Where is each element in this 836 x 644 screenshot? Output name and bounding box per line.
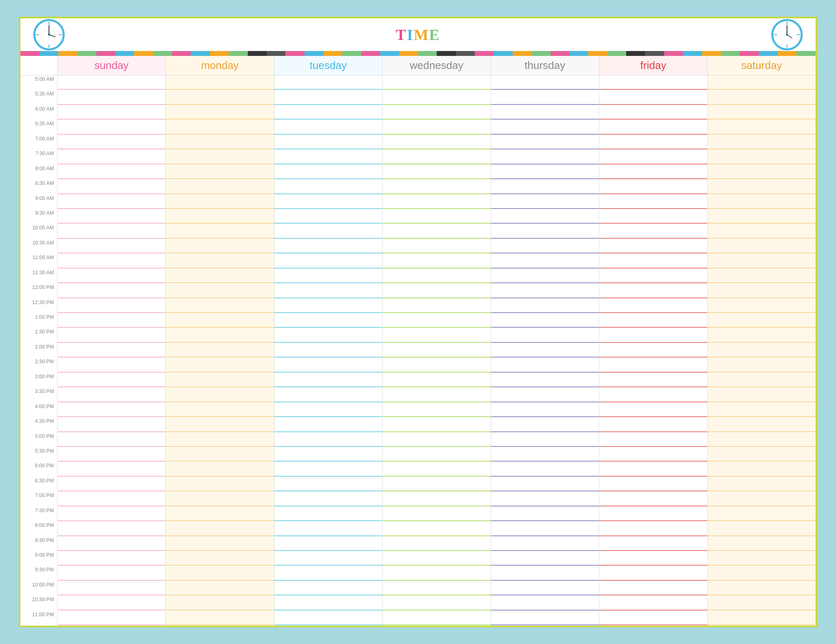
time-cell[interactable] [274,522,382,536]
time-cell[interactable] [165,492,273,506]
time-cell[interactable] [707,313,816,328]
time-cell[interactable] [599,433,707,447]
time-cell[interactable] [274,447,382,462]
time-cell[interactable] [382,537,490,551]
time-cell[interactable] [707,239,816,253]
time-cell[interactable] [491,120,599,134]
time-cell[interactable] [599,284,707,298]
time-cell[interactable] [57,269,165,283]
time-cell[interactable] [382,462,490,476]
time-cell[interactable] [57,373,165,387]
time-cell[interactable] [382,284,490,298]
time-cell[interactable] [274,165,382,179]
time-cell[interactable] [382,90,490,104]
time-cell[interactable] [707,105,816,120]
time-cell[interactable] [707,373,816,387]
time-cell[interactable] [599,76,707,90]
time-cell[interactable] [57,195,165,209]
time-cell[interactable] [491,492,599,506]
time-cell[interactable] [491,596,599,610]
time-cell[interactable] [599,343,707,358]
time-cell[interactable] [165,343,273,358]
time-cell[interactable] [599,596,707,610]
time-cell[interactable] [491,269,599,283]
time-cell[interactable] [165,269,273,283]
time-cell[interactable] [491,358,599,372]
time-cell[interactable] [707,254,816,268]
time-cell[interactable] [274,76,382,90]
time-cell[interactable] [274,507,382,521]
time-cell[interactable] [707,150,816,164]
time-cell[interactable] [382,507,490,521]
time-cell[interactable] [165,596,273,610]
time-cell[interactable] [491,373,599,387]
time-cell[interactable] [599,165,707,179]
time-cell[interactable] [274,611,382,625]
time-cell[interactable] [382,611,490,625]
time-cell[interactable] [491,135,599,149]
time-cell[interactable] [57,388,165,402]
time-cell[interactable] [707,180,816,194]
time-cell[interactable] [57,551,165,566]
time-cell[interactable] [382,477,490,491]
time-cell[interactable] [707,299,816,313]
time-cell[interactable] [274,537,382,551]
time-cell[interactable] [382,581,490,595]
time-cell[interactable] [491,537,599,551]
time-cell[interactable] [274,195,382,209]
time-cell[interactable] [491,328,599,342]
time-cell[interactable] [491,195,599,209]
time-cell[interactable] [599,150,707,164]
time-cell[interactable] [382,403,490,417]
time-cell[interactable] [382,120,490,134]
time-cell[interactable] [165,551,273,566]
time-cell[interactable] [57,433,165,447]
time-cell[interactable] [274,566,382,580]
time-cell[interactable] [707,477,816,491]
time-cell[interactable] [491,90,599,104]
time-cell[interactable] [599,269,707,283]
time-cell[interactable] [599,373,707,387]
time-cell[interactable] [491,165,599,179]
time-cell[interactable] [599,90,707,104]
time-cell[interactable] [165,180,273,194]
time-cell[interactable] [274,284,382,298]
time-cell[interactable] [165,537,273,551]
time-cell[interactable] [165,254,273,268]
time-cell[interactable] [599,180,707,194]
time-cell[interactable] [491,209,599,224]
time-cell[interactable] [165,447,273,462]
time-cell[interactable] [57,507,165,521]
time-cell[interactable] [382,299,490,313]
time-cell[interactable] [274,269,382,283]
time-cell[interactable] [599,492,707,506]
time-cell[interactable] [57,313,165,328]
time-cell[interactable] [599,254,707,268]
time-cell[interactable] [165,507,273,521]
time-cell[interactable] [274,492,382,506]
time-cell[interactable] [57,165,165,179]
time-cell[interactable] [599,195,707,209]
time-cell[interactable] [707,447,816,462]
time-cell[interactable] [599,417,707,432]
time-cell[interactable] [165,566,273,580]
time-cell[interactable] [274,343,382,358]
time-cell[interactable] [165,284,273,298]
time-cell[interactable] [491,239,599,253]
time-cell[interactable] [707,358,816,372]
time-cell[interactable] [382,596,490,610]
time-cell[interactable] [599,135,707,149]
time-cell[interactable] [599,477,707,491]
time-cell[interactable] [57,299,165,313]
time-cell[interactable] [57,105,165,120]
time-cell[interactable] [274,551,382,566]
time-cell[interactable] [707,76,816,90]
time-cell[interactable] [57,462,165,476]
time-cell[interactable] [165,224,273,238]
time-cell[interactable] [165,195,273,209]
time-cell[interactable] [57,209,165,224]
time-cell[interactable] [274,135,382,149]
time-cell[interactable] [707,537,816,551]
time-cell[interactable] [491,417,599,432]
time-cell[interactable] [382,343,490,358]
